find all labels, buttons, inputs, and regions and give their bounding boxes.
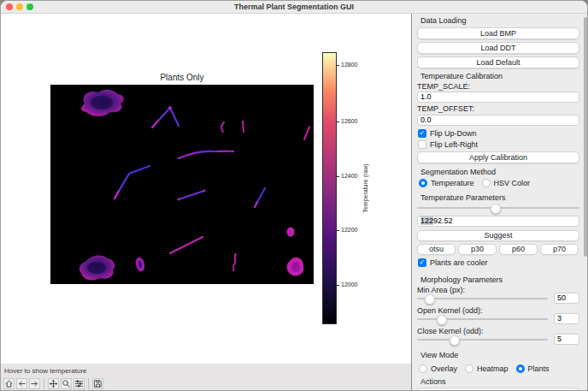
checkbox-checked-icon[interactable] <box>418 258 426 267</box>
colorbar-axis-label: Temperature (raw) <box>362 163 368 212</box>
statusbar: Hover to show temperature <box>1 364 411 391</box>
configure-subplots-icon[interactable] <box>74 378 85 389</box>
toolbar-separator <box>44 378 44 389</box>
thermal-segmented-image[interactable] <box>50 85 314 284</box>
section-header-data-loading: Data Loading <box>420 16 467 25</box>
section-header-temperature-calibration: Temperature Calibration <box>420 72 503 80</box>
mpl-toolbar <box>3 378 103 389</box>
close-kernel-value[interactable]: 5 <box>554 334 579 345</box>
radio-unselected-icon[interactable] <box>482 179 491 187</box>
suggest-button[interactable]: Suggest <box>417 230 579 241</box>
radio-selected-icon[interactable] <box>516 364 525 373</box>
plot-canvas[interactable]: Plants Only <box>1 14 411 364</box>
slider-thumb[interactable] <box>450 335 460 346</box>
colorbar-tick-label: 12200 <box>341 227 357 234</box>
slider-track[interactable] <box>417 339 548 341</box>
apply-calibration-button[interactable]: Apply Calibration <box>417 151 579 163</box>
temp-scale-label: TEMP_SCALE: <box>417 82 470 91</box>
radio-overlay[interactable]: Overlay <box>419 364 457 373</box>
app-window: Thermal Plant Segmentation GUI Plants On… <box>0 0 588 391</box>
section-header-view-mode: View Mode <box>420 351 458 359</box>
plants-are-cooler-checkbox[interactable]: Plants are cooler <box>418 258 488 267</box>
radio-plants-label: Plants <box>528 364 550 373</box>
colorbar-tick-label: 12000 <box>341 281 357 288</box>
min-area-value[interactable]: 50 <box>554 293 579 304</box>
plants-are-cooler-label: Plants are cooler <box>430 258 488 267</box>
colorbar-tick <box>337 65 339 66</box>
radio-temperature-label: Temperature <box>431 179 474 187</box>
load-bmp-button[interactable]: Load BMP <box>417 27 579 39</box>
threshold-rest-text: 92.52 <box>433 216 453 225</box>
action-button-partial[interactable] <box>417 388 579 391</box>
zoom-rect-icon[interactable] <box>61 378 72 389</box>
min-area-slider[interactable] <box>417 293 548 303</box>
radio-heatmap-label: Heatmap <box>477 364 509 373</box>
pan-icon[interactable] <box>48 378 59 389</box>
section-header-actions: Actions <box>420 377 446 386</box>
radio-overlay-label: Overlay <box>431 364 457 373</box>
open-kernel-value[interactable]: 3 <box>554 313 579 324</box>
colorbar <box>322 52 337 324</box>
plot-title: Plants Only <box>50 73 314 82</box>
flip-left-right-checkbox[interactable]: Flip Left-Right <box>418 140 478 149</box>
temp-offset-label: TEMP_OFFSET: <box>417 104 474 113</box>
close-kernel-slider[interactable] <box>417 335 548 344</box>
slider-thumb[interactable] <box>491 204 501 214</box>
preset-p60-button[interactable]: p60 <box>499 244 538 255</box>
plants-only-image <box>50 85 314 284</box>
colorbar-tick <box>337 230 339 231</box>
panel-scrollbar[interactable] <box>584 17 587 257</box>
flip-left-right-label: Flip Left-Right <box>430 140 478 149</box>
radio-temperature[interactable]: Temperature <box>419 179 474 187</box>
section-header-temperature-parameters: Temperature Parameters <box>420 193 506 202</box>
temp-offset-input[interactable]: 0.0 <box>417 115 579 126</box>
colorbar-tick <box>337 285 339 286</box>
zoom-window-button[interactable] <box>26 3 33 10</box>
close-window-button[interactable] <box>6 3 13 10</box>
threshold-slider[interactable] <box>417 203 579 212</box>
forward-arrow-icon[interactable] <box>29 378 40 389</box>
slider-track[interactable] <box>417 298 548 299</box>
threshold-selected-text: 122 <box>420 216 433 225</box>
slider-thumb[interactable] <box>437 315 447 325</box>
colorbar-tick-label: 12400 <box>341 173 357 180</box>
colorbar-tick-label: 12800 <box>341 62 357 68</box>
save-icon[interactable] <box>92 378 103 389</box>
temp-scale-input[interactable]: 1.0 <box>417 92 579 103</box>
section-header-segmentation-method: Segmentation Method <box>420 168 496 176</box>
radio-selected-icon[interactable] <box>419 179 427 187</box>
section-header-morphology: Morphology Parameters <box>420 275 503 284</box>
open-kernel-slider[interactable] <box>417 314 548 323</box>
radio-unselected-icon[interactable] <box>465 364 473 373</box>
checkbox-unchecked-icon[interactable] <box>418 140 426 149</box>
threshold-input[interactable]: 12292.52 <box>417 216 579 227</box>
colorbar-tick <box>337 176 339 177</box>
preset-otsu-button[interactable]: otsu <box>417 244 456 255</box>
view-mode-radios: Overlay Heatmap Plants <box>419 364 557 373</box>
colorbar-tick-label: 12600 <box>341 118 357 125</box>
segmentation-method-radios: Temperature HSV Color <box>419 179 538 187</box>
slider-thumb[interactable] <box>425 294 435 305</box>
back-arrow-icon[interactable] <box>16 378 27 389</box>
flip-up-down-label: Flip Up-Down <box>430 129 477 138</box>
colorbar-tick <box>337 121 339 122</box>
window-controls <box>6 3 33 10</box>
checkbox-checked-icon[interactable] <box>418 129 426 138</box>
toolbar-separator <box>88 378 89 389</box>
minimize-window-button[interactable] <box>16 3 23 10</box>
load-ddt-button[interactable]: Load DDT <box>417 42 579 54</box>
radio-hsv-color[interactable]: HSV Color <box>482 179 531 187</box>
window-titlebar[interactable]: Thermal Plant Segmentation GUI <box>1 1 587 14</box>
radio-heatmap[interactable]: Heatmap <box>465 364 509 373</box>
radio-unselected-icon[interactable] <box>419 364 427 373</box>
preset-p70-button[interactable]: p70 <box>540 244 579 255</box>
preset-p30-button[interactable]: p30 <box>458 244 497 255</box>
radio-hsv-color-label: HSV Color <box>494 179 531 187</box>
load-default-button[interactable]: Load Default <box>417 56 579 68</box>
home-icon[interactable] <box>3 378 15 389</box>
radio-plants[interactable]: Plants <box>516 364 550 373</box>
hover-hint-text: Hover to show temperature <box>4 367 87 375</box>
window-title: Thermal Plant Segmentation GUI <box>1 1 587 13</box>
flip-up-down-checkbox[interactable]: Flip Up-Down <box>418 129 477 138</box>
control-panel: Data Loading Load BMP Load DDT Load Defa… <box>411 14 588 391</box>
